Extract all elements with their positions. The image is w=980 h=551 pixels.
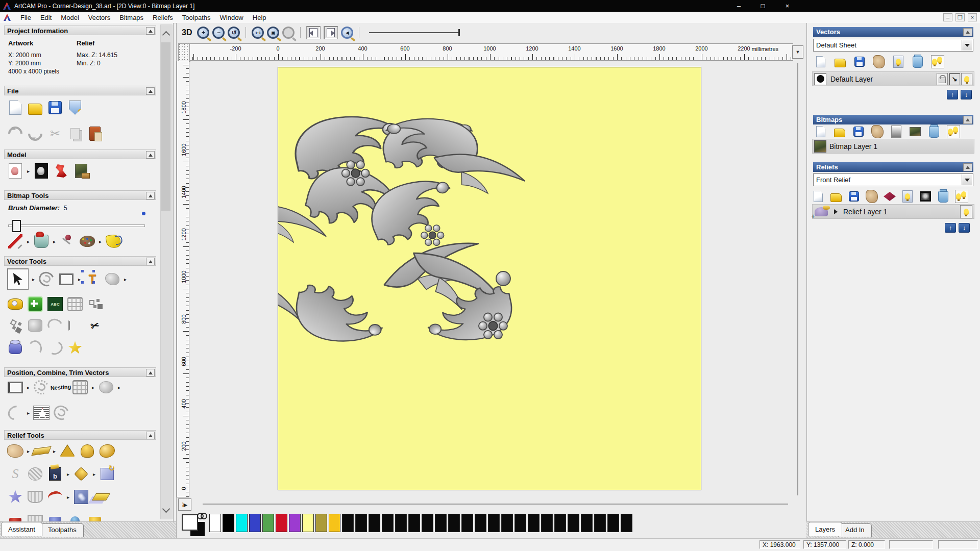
layer-visible-icon[interactable]: [961, 73, 972, 85]
extrude-relief-icon[interactable]: [73, 466, 89, 482]
node-editing-icon[interactable]: [7, 317, 23, 334]
move-layer-up-icon[interactable]: ↑: [947, 90, 958, 99]
flyout-arrow-icon[interactable]: ▸: [27, 239, 30, 244]
weld-vectors-icon[interactable]: [98, 379, 114, 395]
page-right-toggle-icon[interactable]: [324, 26, 338, 39]
section-header-relief-tools[interactable]: Relief Tools: [4, 430, 156, 440]
dropdown-arrow-icon[interactable]: [962, 40, 972, 51]
merge-layers-icon[interactable]: [873, 56, 885, 68]
flood-fill-icon[interactable]: [33, 233, 50, 249]
move-layer-down-icon[interactable]: ↓: [959, 223, 970, 233]
palette-swatch[interactable]: [541, 514, 553, 532]
weave-wizard-icon[interactable]: [27, 466, 43, 482]
fit-curve-icon[interactable]: [27, 340, 43, 356]
flyout-arrow-icon[interactable]: ▸: [93, 471, 95, 477]
scrollbar-thumb[interactable]: [161, 42, 170, 211]
zoom-fit-icon[interactable]: ▣: [267, 27, 279, 39]
open-file-icon[interactable]: [27, 99, 43, 116]
trim-vectors-icon[interactable]: ✂: [85, 315, 105, 335]
horizontal-scrollbar-track[interactable]: [203, 504, 788, 505]
relief-from-image-icon[interactable]: b: [47, 466, 63, 482]
vector-layer-row[interactable]: Default Layer ↘: [812, 71, 974, 86]
palette-swatch[interactable]: [355, 514, 367, 532]
shape-editor-dome-icon[interactable]: [79, 443, 95, 459]
save-relief-layer-icon[interactable]: [848, 190, 860, 203]
scroll-nudge-icon[interactable]: ⁞▶: [178, 498, 191, 511]
open-bitmap-layer-icon[interactable]: [834, 126, 846, 138]
create-star-icon[interactable]: [67, 340, 83, 356]
all-reliefs-visible-icon[interactable]: [955, 190, 968, 203]
new-relief-layer-icon[interactable]: [812, 190, 824, 203]
palette-swatch[interactable]: [461, 514, 473, 532]
sheet-select-dropdown[interactable]: Default Sheet: [813, 39, 973, 52]
light-material-icon[interactable]: [53, 163, 69, 179]
merge-down-icon[interactable]: ↘: [949, 73, 960, 85]
assistant-panel-scrollbar[interactable]: [160, 24, 173, 519]
palette-swatch[interactable]: [607, 514, 619, 532]
all-layers-visible-icon[interactable]: [931, 55, 944, 68]
align-vectors-icon[interactable]: [7, 379, 23, 395]
relief-layer-row[interactable]: Relief Layer 1: [812, 204, 974, 219]
palette-swatch[interactable]: [581, 514, 593, 532]
open-vector-layer-icon[interactable]: [834, 56, 846, 68]
bitmap-preview-icon[interactable]: [909, 126, 921, 138]
relief-greyscale-icon[interactable]: [919, 190, 932, 203]
collapse-section-icon[interactable]: [146, 151, 155, 159]
section-header-position-tools[interactable]: Position, Combine, Trim Vectors: [4, 367, 156, 377]
palette-swatch[interactable]: [594, 514, 606, 532]
zoom-out-icon[interactable]: −: [212, 27, 225, 39]
flyout-arrow-icon[interactable]: ▸: [78, 277, 81, 282]
toggle-relief-visibility-icon[interactable]: [901, 190, 914, 203]
greyscale-icon[interactable]: [890, 126, 902, 138]
new-model-icon[interactable]: [7, 99, 23, 116]
undo-icon[interactable]: [7, 126, 23, 142]
collapse-section-icon[interactable]: [963, 28, 972, 36]
collapse-section-icon[interactable]: [146, 87, 155, 95]
paste-text-icon[interactable]: ABC: [47, 296, 63, 312]
flyout-arrow-icon[interactable]: ▸: [124, 277, 127, 282]
palette-swatch[interactable]: [262, 514, 274, 532]
flyout-arrow-icon[interactable]: ▸: [67, 471, 69, 477]
switch-3d-view-button[interactable]: 3D: [180, 28, 194, 38]
maximize-button[interactable]: □: [751, 0, 775, 12]
collapse-section-icon[interactable]: [146, 192, 155, 199]
collapse-section-icon[interactable]: [146, 258, 155, 265]
flyout-arrow-icon[interactable]: ▸: [99, 239, 102, 244]
save-bitmap-layer-icon[interactable]: [852, 126, 865, 138]
bitmaps-section-header[interactable]: Bitmaps: [813, 115, 973, 124]
scroll-up-icon[interactable]: [162, 31, 170, 39]
flyout-arrow-icon[interactable]: ▸: [67, 494, 69, 500]
tab-add-in[interactable]: Add In: [838, 523, 872, 537]
flyout-arrow-icon[interactable]: ▸: [27, 410, 30, 416]
collapse-section-icon[interactable]: [963, 163, 972, 171]
flyout-arrow-icon[interactable]: ▸: [53, 448, 56, 454]
free-polyline-icon[interactable]: [27, 317, 43, 334]
palette-swatch[interactable]: [408, 514, 420, 532]
collapse-section-icon[interactable]: [963, 116, 972, 124]
toggle-visibility-icon[interactable]: [892, 56, 904, 68]
menu-item[interactable]: Window: [215, 13, 248, 22]
palette-swatch[interactable]: [249, 514, 261, 532]
expand-layer-icon[interactable]: [834, 209, 840, 214]
flyout-arrow-icon[interactable]: ▸: [92, 385, 94, 390]
zoom-slider-handle[interactable]: [458, 29, 460, 36]
spiral-icon[interactable]: [53, 405, 69, 421]
flyout-arrow-icon[interactable]: ▸: [27, 385, 30, 390]
create-jar-icon[interactable]: [7, 340, 23, 356]
palette-swatch[interactable]: [621, 514, 632, 532]
snap-points-icon[interactable]: [87, 296, 103, 312]
model-wizard-icon[interactable]: [67, 99, 83, 116]
palette-swatch[interactable]: [501, 514, 513, 532]
arc-editing-icon[interactable]: [47, 317, 63, 334]
vertical-scrollbar[interactable]: [797, 63, 798, 495]
measure-icon[interactable]: [7, 296, 23, 312]
menu-item[interactable]: Reliefs: [148, 13, 178, 22]
join-vectors-icon[interactable]: [7, 405, 23, 421]
paste-icon[interactable]: [87, 126, 103, 142]
palette-swatch[interactable]: [329, 514, 340, 532]
palette-swatch[interactable]: [315, 514, 327, 532]
palette-swatch[interactable]: [276, 514, 287, 532]
flyout-arrow-icon[interactable]: ▸: [32, 277, 35, 282]
merge-relief-icon[interactable]: [866, 190, 878, 203]
zero-plane-icon[interactable]: [33, 443, 50, 459]
